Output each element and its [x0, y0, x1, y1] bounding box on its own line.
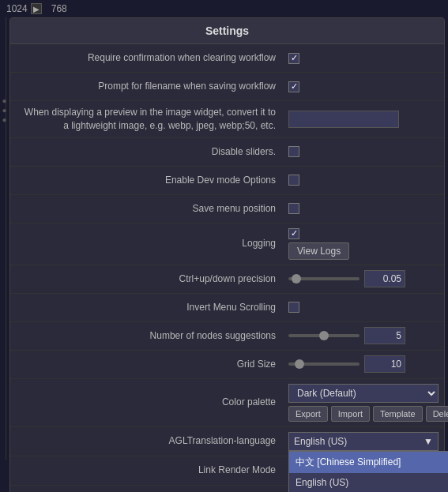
number-value-1: 1024 [6, 3, 28, 14]
control-invert-scrolling [288, 302, 435, 313]
label-enable-dev-mode: Enable Dev mode Options [20, 174, 288, 187]
top-bar-number-1: 1024 ▶ [6, 3, 42, 14]
control-prompt-filename [288, 81, 435, 92]
number-value-2: 768 [51, 3, 67, 14]
slider-node-suggestions[interactable] [288, 334, 360, 337]
label-disable-sliders: Disable sliders. [20, 145, 288, 159]
label-agl-translation: AGLTranslation-languagе [20, 434, 288, 448]
palette-buttons: Export Import Template Delete [288, 406, 448, 422]
slider-ctrl-precision[interactable] [288, 277, 360, 280]
settings-title: Settings [10, 18, 444, 44]
arrow-btn-1[interactable]: ▶ [31, 3, 42, 14]
checkbox-require-confirmation[interactable] [288, 53, 299, 64]
slider-grid-size[interactable] [288, 362, 360, 366]
settings-panel: Settings Require confirmation when clear… [9, 17, 445, 492]
control-logging: View Logs [288, 228, 435, 260]
row-preview-format: When displaying a preview in the image w… [10, 101, 444, 138]
control-require-confirmation [288, 53, 435, 64]
left-sidebar: ●●● [0, 17, 6, 460]
number-ctrl-precision[interactable] [364, 270, 405, 287]
control-grid-size [288, 355, 435, 373]
label-preview-format: When displaying a preview in the image w… [20, 106, 288, 133]
label-save-menu-position: Save menu position [20, 202, 288, 216]
checkbox-prompt-filename[interactable] [288, 81, 299, 92]
number-node-suggestions[interactable] [364, 327, 405, 344]
checkbox-disable-sliders[interactable] [288, 146, 299, 157]
label-color-palette: Color palette [20, 396, 288, 409]
top-bar-numbers: 1024 ▶ 768 [6, 3, 67, 14]
top-bar: 1024 ▶ 768 [0, 0, 448, 17]
logging-control: View Logs [288, 228, 349, 260]
row-color-palette: Color palette Dark (Default) Export Impo… [10, 379, 444, 427]
lang-dropdown-container: English (US) ▼ 中文 [Chinese Simplified] E… [288, 432, 439, 451]
slider-container-grid-size [288, 355, 405, 373]
row-node-suggestions: Number of nodes suggestions [10, 322, 444, 351]
checkbox-invert-scrolling[interactable] [288, 302, 299, 313]
label-ctrl-precision: Ctrl+up/down precision [20, 272, 288, 286]
row-invert-scrolling: Invert Menu Scrolling [10, 294, 444, 322]
row-grid-size: Grid Size [10, 351, 444, 379]
import-button[interactable]: Import [331, 406, 370, 422]
view-logs-button[interactable]: View Logs [288, 242, 349, 260]
control-enable-dev-mode [288, 175, 435, 186]
lang-options-list: 中文 [Chinese Simplified] English (US) exa… [288, 451, 448, 492]
checkbox-save-menu-position[interactable] [288, 203, 299, 214]
template-button[interactable]: Template [373, 406, 423, 422]
row-require-confirmation: Require confirmation when clearing workf… [10, 44, 444, 73]
control-preview-format [288, 111, 435, 128]
row-agl-translation: AGLTranslation-languagе English (US) ▼ 中… [10, 427, 444, 456]
control-ctrl-precision [288, 270, 435, 287]
lang-selected-value: English (US) [294, 436, 347, 447]
row-disable-sliders: Disable sliders. [10, 138, 444, 167]
row-save-menu-position: Save menu position [10, 195, 444, 223]
label-logging: Logging [20, 237, 288, 250]
dropdown-color-palette[interactable]: Dark (Default) [288, 384, 439, 403]
lang-option-english-us[interactable]: English (US) [289, 473, 448, 492]
lang-option-chinese[interactable]: 中文 [Chinese Simplified] [289, 452, 448, 473]
row-enable-dev-mode: Enable Dev mode Options [10, 167, 444, 195]
row-logging: Logging View Logs [10, 223, 444, 265]
label-node-suggestions: Number of nodes suggestions [20, 329, 288, 343]
palette-controls: Dark (Default) Export Import Template De… [288, 384, 448, 422]
slider-container-ctrl-precision [288, 270, 405, 287]
checkbox-logging[interactable] [288, 228, 299, 239]
delete-button[interactable]: Delete [426, 406, 448, 422]
row-ctrl-precision: Ctrl+up/down precision [10, 265, 444, 294]
chevron-down-icon: ▼ [424, 436, 433, 447]
slider-container-node-suggestions [288, 327, 405, 344]
export-button[interactable]: Export [288, 406, 328, 422]
control-color-palette: Dark (Default) Export Import Template De… [288, 384, 448, 422]
number-grid-size[interactable] [364, 355, 405, 373]
input-preview-format[interactable] [288, 111, 399, 128]
control-save-menu-position [288, 203, 435, 214]
top-bar-number-2: 768 [51, 3, 67, 14]
label-prompt-filename: Prompt for filename when saving workflow [20, 80, 288, 93]
label-require-confirmation: Require confirmation when clearing workf… [20, 51, 288, 65]
sidebar-decoration: ●●● [0, 96, 9, 125]
label-invert-scrolling: Invert Menu Scrolling [20, 301, 288, 314]
control-node-suggestions [288, 327, 435, 344]
control-disable-sliders [288, 146, 435, 157]
lang-dropdown-trigger[interactable]: English (US) ▼ [288, 432, 439, 451]
label-grid-size: Grid Size [20, 358, 288, 371]
row-prompt-filename: Prompt for filename when saving workflow [10, 73, 444, 101]
label-link-render-mode: Link Render Mode [20, 464, 288, 477]
control-agl-translation: English (US) ▼ 中文 [Chinese Simplified] E… [288, 432, 439, 451]
checkbox-enable-dev-mode[interactable] [288, 175, 299, 186]
